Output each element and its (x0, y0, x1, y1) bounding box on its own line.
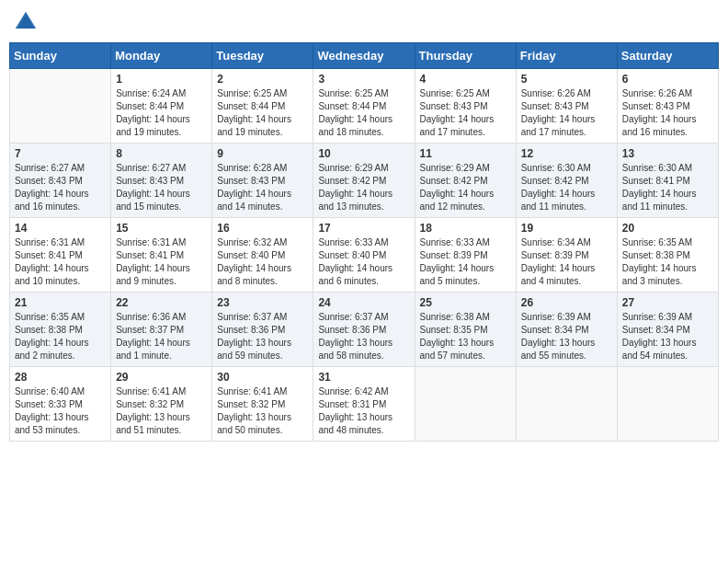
calendar-day-10: 10Sunrise: 6:29 AM Sunset: 8:42 PM Dayli… (313, 144, 415, 218)
calendar-header-row: SundayMondayTuesdayWednesdayThursdayFrid… (10, 43, 719, 69)
day-number: 10 (318, 147, 409, 160)
day-info: Sunrise: 6:35 AM Sunset: 8:38 PM Dayligh… (15, 311, 106, 362)
day-info: Sunrise: 6:32 AM Sunset: 8:40 PM Dayligh… (217, 236, 308, 288)
day-info: Sunrise: 6:25 AM Sunset: 8:44 PM Dayligh… (217, 87, 308, 139)
day-info: Sunrise: 6:38 AM Sunset: 8:35 PM Dayligh… (420, 311, 511, 362)
day-number: 22 (116, 296, 207, 309)
calendar-week-row: 28Sunrise: 6:40 AM Sunset: 8:33 PM Dayli… (10, 367, 719, 442)
day-header-wednesday: Wednesday (313, 43, 415, 69)
day-info: Sunrise: 6:27 AM Sunset: 8:43 PM Dayligh… (116, 162, 207, 213)
day-info: Sunrise: 6:39 AM Sunset: 8:34 PM Dayligh… (622, 311, 713, 362)
calendar-day-26: 26Sunrise: 6:39 AM Sunset: 8:34 PM Dayli… (516, 293, 617, 367)
calendar-empty-cell (10, 69, 111, 144)
day-number: 7 (15, 147, 106, 160)
day-info: Sunrise: 6:37 AM Sunset: 8:36 PM Dayligh… (318, 311, 409, 362)
day-number: 28 (15, 371, 106, 384)
day-info: Sunrise: 6:31 AM Sunset: 8:41 PM Dayligh… (15, 236, 106, 288)
day-info: Sunrise: 6:27 AM Sunset: 8:43 PM Dayligh… (15, 162, 106, 213)
day-info: Sunrise: 6:33 AM Sunset: 8:40 PM Dayligh… (318, 236, 409, 288)
day-info: Sunrise: 6:25 AM Sunset: 8:43 PM Dayligh… (420, 87, 511, 139)
day-info: Sunrise: 6:24 AM Sunset: 8:44 PM Dayligh… (116, 87, 207, 139)
day-number: 6 (622, 73, 713, 86)
calendar-week-row: 1Sunrise: 6:24 AM Sunset: 8:44 PM Daylig… (10, 69, 719, 144)
calendar-empty-cell (516, 367, 617, 442)
calendar-day-25: 25Sunrise: 6:38 AM Sunset: 8:35 PM Dayli… (415, 293, 516, 367)
calendar-day-21: 21Sunrise: 6:35 AM Sunset: 8:38 PM Dayli… (10, 293, 111, 367)
day-info: Sunrise: 6:41 AM Sunset: 8:32 PM Dayligh… (116, 385, 207, 437)
day-info: Sunrise: 6:42 AM Sunset: 8:31 PM Dayligh… (318, 385, 409, 437)
calendar-day-14: 14Sunrise: 6:31 AM Sunset: 8:41 PM Dayli… (10, 218, 111, 293)
day-number: 23 (217, 296, 308, 309)
calendar-day-1: 1Sunrise: 6:24 AM Sunset: 8:44 PM Daylig… (111, 69, 212, 144)
calendar-day-3: 3Sunrise: 6:25 AM Sunset: 8:44 PM Daylig… (313, 69, 415, 144)
day-info: Sunrise: 6:34 AM Sunset: 8:39 PM Dayligh… (521, 236, 612, 288)
calendar-day-19: 19Sunrise: 6:34 AM Sunset: 8:39 PM Dayli… (516, 218, 617, 293)
calendar-day-6: 6Sunrise: 6:26 AM Sunset: 8:43 PM Daylig… (617, 69, 718, 144)
calendar-day-24: 24Sunrise: 6:37 AM Sunset: 8:36 PM Dayli… (313, 293, 415, 367)
day-header-sunday: Sunday (10, 43, 111, 69)
calendar-day-15: 15Sunrise: 6:31 AM Sunset: 8:41 PM Dayli… (111, 218, 212, 293)
day-info: Sunrise: 6:37 AM Sunset: 8:36 PM Dayligh… (217, 311, 308, 362)
calendar-week-row: 7Sunrise: 6:27 AM Sunset: 8:43 PM Daylig… (10, 144, 719, 218)
day-header-thursday: Thursday (415, 43, 516, 69)
calendar-week-row: 21Sunrise: 6:35 AM Sunset: 8:38 PM Dayli… (10, 293, 719, 367)
page-header (9, 9, 719, 35)
calendar-empty-cell (415, 367, 516, 442)
day-number: 24 (318, 296, 409, 309)
day-header-monday: Monday (111, 43, 212, 69)
calendar-day-17: 17Sunrise: 6:33 AM Sunset: 8:40 PM Dayli… (313, 218, 415, 293)
day-number: 16 (217, 222, 308, 235)
calendar-day-28: 28Sunrise: 6:40 AM Sunset: 8:33 PM Dayli… (10, 367, 111, 442)
day-header-friday: Friday (516, 43, 617, 69)
day-number: 19 (521, 222, 612, 235)
day-number: 17 (318, 222, 409, 235)
day-number: 2 (217, 73, 308, 86)
calendar-day-30: 30Sunrise: 6:41 AM Sunset: 8:32 PM Dayli… (212, 367, 313, 442)
day-number: 18 (420, 222, 511, 235)
day-number: 13 (622, 147, 713, 160)
day-number: 20 (622, 222, 713, 235)
day-info: Sunrise: 6:29 AM Sunset: 8:42 PM Dayligh… (420, 162, 511, 213)
day-info: Sunrise: 6:29 AM Sunset: 8:42 PM Dayligh… (318, 162, 409, 213)
day-number: 4 (420, 73, 511, 86)
day-number: 9 (217, 147, 308, 160)
calendar-day-7: 7Sunrise: 6:27 AM Sunset: 8:43 PM Daylig… (10, 144, 111, 218)
day-info: Sunrise: 6:28 AM Sunset: 8:43 PM Dayligh… (217, 162, 308, 213)
day-number: 15 (116, 222, 207, 235)
day-info: Sunrise: 6:25 AM Sunset: 8:44 PM Dayligh… (318, 87, 409, 139)
calendar-day-8: 8Sunrise: 6:27 AM Sunset: 8:43 PM Daylig… (111, 144, 212, 218)
day-number: 21 (15, 296, 106, 309)
calendar-day-18: 18Sunrise: 6:33 AM Sunset: 8:39 PM Dayli… (415, 218, 516, 293)
calendar-day-2: 2Sunrise: 6:25 AM Sunset: 8:44 PM Daylig… (212, 69, 313, 144)
calendar-day-20: 20Sunrise: 6:35 AM Sunset: 8:38 PM Dayli… (617, 218, 718, 293)
calendar-day-22: 22Sunrise: 6:36 AM Sunset: 8:37 PM Dayli… (111, 293, 212, 367)
calendar-empty-cell (617, 367, 718, 442)
calendar-day-16: 16Sunrise: 6:32 AM Sunset: 8:40 PM Dayli… (212, 218, 313, 293)
day-info: Sunrise: 6:39 AM Sunset: 8:34 PM Dayligh… (521, 311, 612, 362)
day-info: Sunrise: 6:31 AM Sunset: 8:41 PM Dayligh… (116, 236, 207, 288)
calendar-day-27: 27Sunrise: 6:39 AM Sunset: 8:34 PM Dayli… (617, 293, 718, 367)
day-number: 1 (116, 73, 207, 86)
calendar-day-31: 31Sunrise: 6:42 AM Sunset: 8:31 PM Dayli… (313, 367, 415, 442)
day-info: Sunrise: 6:30 AM Sunset: 8:41 PM Dayligh… (622, 162, 713, 213)
day-info: Sunrise: 6:35 AM Sunset: 8:38 PM Dayligh… (622, 236, 713, 288)
day-header-saturday: Saturday (617, 43, 718, 69)
logo (13, 9, 40, 35)
day-number: 27 (622, 296, 713, 309)
day-number: 12 (521, 147, 612, 160)
day-number: 5 (521, 73, 612, 86)
day-number: 3 (318, 73, 409, 86)
calendar-day-9: 9Sunrise: 6:28 AM Sunset: 8:43 PM Daylig… (212, 144, 313, 218)
day-info: Sunrise: 6:26 AM Sunset: 8:43 PM Dayligh… (622, 87, 713, 139)
day-info: Sunrise: 6:26 AM Sunset: 8:43 PM Dayligh… (521, 87, 612, 139)
calendar-week-row: 14Sunrise: 6:31 AM Sunset: 8:41 PM Dayli… (10, 218, 719, 293)
day-info: Sunrise: 6:30 AM Sunset: 8:42 PM Dayligh… (521, 162, 612, 213)
day-number: 31 (318, 371, 409, 384)
day-info: Sunrise: 6:41 AM Sunset: 8:32 PM Dayligh… (217, 385, 308, 437)
day-header-tuesday: Tuesday (212, 43, 313, 69)
day-number: 8 (116, 147, 207, 160)
day-number: 11 (420, 147, 511, 160)
day-info: Sunrise: 6:36 AM Sunset: 8:37 PM Dayligh… (116, 311, 207, 362)
calendar-day-5: 5Sunrise: 6:26 AM Sunset: 8:43 PM Daylig… (516, 69, 617, 144)
calendar-day-13: 13Sunrise: 6:30 AM Sunset: 8:41 PM Dayli… (617, 144, 718, 218)
